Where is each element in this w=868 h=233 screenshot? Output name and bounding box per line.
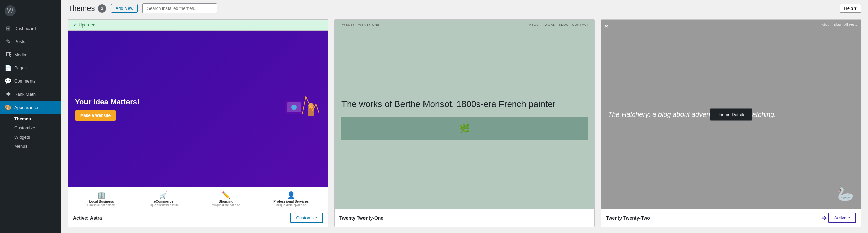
sidebar-item-appearance[interactable]: 🎨 Appearance xyxy=(0,101,61,114)
astra-preview: ✔ Updated! Your Idea Matters! Make a Web… xyxy=(68,20,328,209)
svg-point-5 xyxy=(308,103,314,108)
wp-logo-area: W xyxy=(0,0,61,22)
astra-icon-professional-services: 👤 Professional Services Milique diste oj… xyxy=(273,191,309,207)
tt1-inner: TWENTY TWENTY-ONE ABOUT WORK BLOG CONTAC… xyxy=(335,20,594,209)
tt1-nav: TWENTY TWENTY-ONE ABOUT WORK BLOG CONTAC… xyxy=(335,23,594,26)
page-title-wrap: Themes 3 xyxy=(68,4,106,13)
astra-theme-footer: Active: Astra Customize xyxy=(68,209,328,227)
tt1-brand: TWENTY TWENTY-ONE xyxy=(340,23,380,26)
sidebar-item-comments[interactable]: 💬 Comments xyxy=(0,74,61,88)
svg-rect-4 xyxy=(308,107,314,116)
svg-point-2 xyxy=(291,105,297,110)
tt1-theme-footer: Twenty Twenty-One xyxy=(335,209,594,227)
tt1-nav-right: ABOUT WORK BLOG CONTACT xyxy=(529,23,589,26)
media-icon: 🖼 xyxy=(5,52,12,58)
sidebar-item-dashboard[interactable]: ⊞ Dashboard xyxy=(0,22,61,35)
chevron-down-icon: ▾ xyxy=(854,6,857,11)
appearance-submenu: Themes Customize Widgets Menus xyxy=(0,114,61,151)
astra-customize-button[interactable]: Customize xyxy=(290,213,323,223)
astra-hero-text: Your Idea Matters! Make a Website xyxy=(75,97,139,121)
help-button[interactable]: Help ▾ xyxy=(840,4,861,13)
themes-grid: ✔ Updated! Your Idea Matters! Make a Web… xyxy=(61,13,868,233)
theme-count-badge: 3 xyxy=(98,4,106,13)
activate-arrow-indicator: ➜ Activate xyxy=(821,213,856,223)
tt1-theme-name: Twenty Twenty-One xyxy=(339,215,383,221)
rank-math-icon: ✱ xyxy=(5,91,12,97)
tt1-screenshot: TWENTY TWENTY-ONE ABOUT WORK BLOG CONTAC… xyxy=(335,20,594,209)
comments-icon: 💬 xyxy=(5,78,12,84)
page-title: Themes xyxy=(68,4,95,13)
astra-icons-bar: 🏢 Local Business Similique notio assm 🛒 … xyxy=(68,187,328,209)
pages-icon: 📄 xyxy=(5,65,12,71)
theme-details-button[interactable]: Theme Details xyxy=(710,108,752,120)
tt2-bird-image: 🦢 xyxy=(837,186,854,202)
astra-icon-local-business: 🏢 Local Business Similique notio assm xyxy=(87,191,116,207)
submenu-themes[interactable]: Themes xyxy=(0,114,61,123)
sidebar-item-label: Media xyxy=(14,52,26,57)
astra-icon-ecommerce: 🛒 eCommerce Lique distinctio assum xyxy=(149,191,179,207)
submenu-widgets[interactable]: Widgets xyxy=(0,132,61,142)
sidebar-item-label: Comments xyxy=(14,78,36,84)
sidebar-item-label: Dashboard xyxy=(14,26,36,31)
sidebar-item-media[interactable]: 🖼 Media xyxy=(0,48,61,61)
sidebar-item-label: Posts xyxy=(14,39,25,44)
tt2-screenshot: ∞ About Blog All Posts The Hatchery: a b… xyxy=(601,20,861,209)
astra-hero: Your Idea Matters! Make a Website xyxy=(68,31,328,187)
tt1-bottom-image: 🌿 xyxy=(341,116,588,140)
submenu-menus[interactable]: Menus xyxy=(0,142,61,151)
sidebar-item-label: Rank Math xyxy=(14,92,36,97)
sidebar-item-rank-math[interactable]: ✱ Rank Math xyxy=(0,88,61,101)
check-icon: ✔ xyxy=(73,22,77,28)
wp-logo-icon: W xyxy=(5,5,16,16)
theme-card-astra: ✔ Updated! Your Idea Matters! Make a Web… xyxy=(68,19,328,227)
astra-hero-title: Your Idea Matters! xyxy=(75,97,139,106)
appearance-icon: 🎨 xyxy=(5,104,12,111)
tt2-theme-footer: Twenty Twenty-Two ➜ Activate xyxy=(601,209,861,227)
main-content: Themes 3 Add New Help ▾ ✔ Updated! Yo xyxy=(61,0,868,233)
submenu-customize[interactable]: Customize xyxy=(0,123,61,132)
sidebar: W ⊞ Dashboard ✎ Posts 🖼 Media 📄 Pages 💬 … xyxy=(0,0,61,233)
astra-hero-image xyxy=(280,94,321,124)
tt1-preview-text: The works of Berthe Morisot, 1800s-era F… xyxy=(341,98,588,110)
theme-card-tt1: TWENTY TWENTY-ONE ABOUT WORK BLOG CONTAC… xyxy=(334,19,595,227)
tt2-theme-name: Twenty Twenty-Two xyxy=(606,215,650,221)
tt1-bg: The works of Berthe Morisot, 1800s-era F… xyxy=(335,20,594,209)
sidebar-item-pages[interactable]: 📄 Pages xyxy=(0,61,61,74)
sidebar-item-label: Pages xyxy=(14,65,27,70)
arrow-right-icon: ➜ xyxy=(821,214,827,222)
astra-theme-name: Active: Astra xyxy=(73,215,102,221)
add-new-button[interactable]: Add New xyxy=(111,4,138,13)
tt2-inner: ∞ About Blog All Posts The Hatchery: a b… xyxy=(601,20,861,209)
sidebar-item-posts[interactable]: ✎ Posts xyxy=(0,35,61,48)
astra-hero-cta: Make a Website xyxy=(75,110,116,121)
sidebar-item-label: Appearance xyxy=(14,105,38,110)
astra-icon-blogging: ✏️ Blogging Milique diste oatio as xyxy=(212,191,240,207)
tt2-activate-button[interactable]: Activate xyxy=(828,213,856,223)
dashboard-icon: ⊞ xyxy=(5,25,12,32)
theme-card-tt2: ∞ About Blog All Posts The Hatchery: a b… xyxy=(601,19,861,227)
astra-updated-banner: ✔ Updated! xyxy=(68,20,328,31)
posts-icon: ✎ xyxy=(5,38,12,45)
topbar: Themes 3 Add New Help ▾ xyxy=(61,0,868,13)
astra-screenshot: ✔ Updated! Your Idea Matters! Make a Web… xyxy=(68,20,328,209)
search-input[interactable] xyxy=(142,3,217,13)
